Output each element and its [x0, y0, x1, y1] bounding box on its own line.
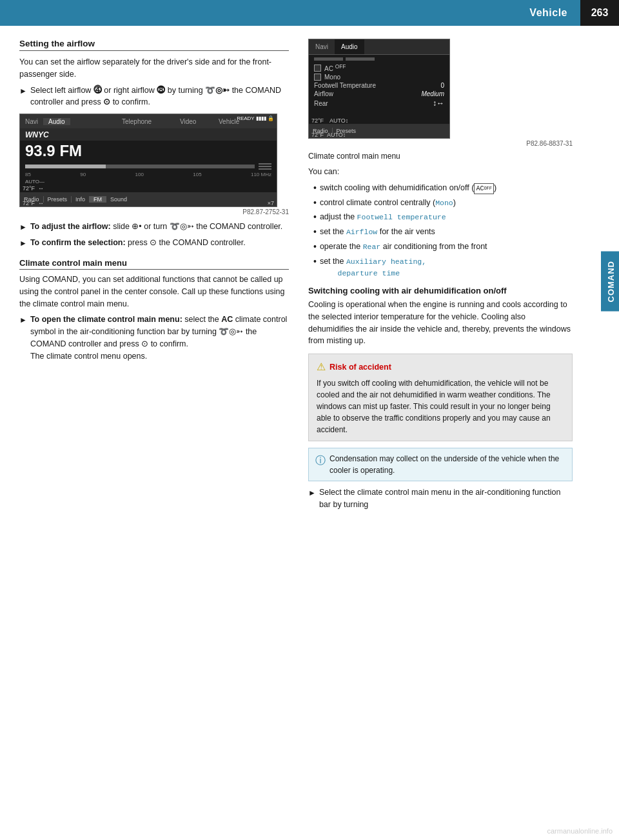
screen-progress-bar	[25, 165, 255, 168]
screen-right-caption-text: Climate control main menu	[308, 151, 573, 162]
screen-auto-label: AUTO—	[25, 179, 44, 185]
section-heading-climate: Climate control main menu	[19, 258, 289, 270]
screen-left: Navi Audio Telephone Video Vehicle READY…	[19, 114, 277, 207]
screen-arrow-left: ↔	[38, 185, 44, 192]
screen-freq-row: 93.9 FM	[20, 141, 277, 161]
screen-right-tab-audio: Audio	[335, 39, 364, 54]
airflow-bullet-1-text: Select left airflow ⓸ or right airflow ⓼…	[30, 85, 289, 109]
warning-header: ⚠ Risk of accident	[317, 359, 564, 375]
bullet-footwell: • adjust the Footwell temperature	[308, 211, 573, 223]
bullet-auxiliary-text: set the Auxiliary heating, departure tim…	[320, 255, 426, 280]
dot-icon-6: •	[313, 255, 317, 267]
screen-tab-telephone: Telephone	[117, 118, 157, 125]
screen-right: Navi Audio AC OFF	[308, 39, 450, 139]
screen-right-ac-row: AC OFF	[314, 63, 444, 72]
arrow-icon-2: ►	[19, 221, 27, 233]
arrow-icon-1: ►	[19, 85, 27, 97]
screen-right-footwell-value: 0	[440, 82, 444, 89]
mono-mono: Mono	[435, 199, 453, 207]
screen-right-airflow-row: Airflow Medium	[314, 90, 444, 97]
dot-icon-3: •	[313, 211, 317, 223]
screen-right-footwell-row: Footwell Temperature 0	[314, 82, 444, 89]
bullet-rear-text: operate the Rear air conditioning from t…	[320, 241, 487, 253]
screen-right-bar-1	[314, 57, 343, 61]
screen-line-3	[259, 168, 271, 170]
airflow-bullet-1: ► Select left airflow ⓸ or right airflow…	[19, 85, 289, 109]
left-column: Setting the airflow You can set the airf…	[0, 39, 302, 528]
screen-right-rear-row: Rear ↕↔	[314, 99, 444, 108]
section-heading-airflow: Setting the airflow	[19, 39, 289, 51]
dot-icon-2: •	[313, 197, 317, 208]
screen-right-rear-value: ↕↔	[433, 99, 444, 108]
screen-right-mono-checkbox	[314, 74, 321, 81]
screen-frequency: 93.9 FM	[25, 142, 82, 159]
screen-right-body: AC OFF Mono Footwell Temperature 0 Airfl	[309, 55, 449, 112]
screen-ready-text: READY ▮▮▮▮ 🔒	[237, 115, 274, 121]
bullet-airflow: • set the Airflow for the air vents	[308, 226, 573, 238]
bullet-footwell-text: adjust the Footwell temperature	[320, 211, 446, 223]
screen-bottom-fm: FM	[90, 196, 106, 203]
dot-icon-5: •	[313, 241, 317, 252]
header-title: Vehicle	[0, 7, 580, 19]
mono-auxiliary: Auxiliary heating, departure time	[320, 257, 426, 278]
screen-container-left: Navi Audio Telephone Video Vehicle READY…	[19, 114, 289, 215]
bullet-auxiliary: • set the Auxiliary heating, departure t…	[308, 255, 573, 280]
screen-bottom-sound: Sound	[106, 196, 131, 203]
info-box: ⓘ Condensation may collect on the unders…	[308, 448, 573, 481]
screen-line-2	[259, 166, 271, 167]
screen-tab-navi: Navi	[20, 118, 43, 125]
confirm-selection-text: To confirm the selection: press ⊙ the CO…	[30, 237, 289, 249]
arrow-icon-3: ►	[19, 237, 27, 249]
screen-right-bars	[314, 57, 444, 61]
screen-right-mono-row: Mono	[314, 74, 444, 81]
bullet-ac-text: switch cooling with dehumidification on/…	[320, 182, 496, 194]
airflow-intro: You can set the airflow separately for t…	[19, 56, 289, 81]
screen-right-bottom-72: 72°F	[311, 132, 324, 138]
bottom-arrow-bullet: ► Select the climate control main menu i…	[308, 486, 573, 511]
main-content: Setting the airflow You can set the airf…	[0, 26, 619, 528]
warning-box: ⚠ Risk of accident If you switch off coo…	[308, 354, 573, 441]
screen-right-tabs: Navi Audio	[309, 39, 449, 55]
screen-bottom-72: 72°F	[23, 200, 35, 206]
screen-side-lines	[259, 163, 271, 170]
ac-badge: ACOFF	[474, 183, 494, 194]
screen-auto: AUTO—	[20, 179, 277, 185]
screen-temp-left: 72°F	[23, 185, 35, 192]
freq-label-110: 110 MHz	[251, 172, 271, 177]
arrow-icon-5: ►	[308, 487, 316, 499]
screen-right-auto: AUTO↕	[329, 117, 348, 124]
mono-airflow: Airflow	[346, 228, 377, 236]
bottom-arrow-text: Select the climate control main menu in …	[319, 486, 573, 511]
dot-icon-4: •	[313, 226, 317, 237]
screen-right-rear-label: Rear	[314, 100, 328, 107]
dehumidification-text: Cooling is operational when the engine i…	[308, 299, 573, 347]
screen-right-tab-navi: Navi	[309, 43, 335, 50]
open-climate-bullet: ► To open the climate control main menu:…	[19, 314, 289, 362]
screen-right-airflow-label: Airflow	[314, 90, 333, 97]
bullet-rear: • operate the Rear air conditioning from…	[308, 241, 573, 253]
arrow-icon-4: ►	[19, 314, 27, 326]
watermark: carmanualonline.info	[547, 827, 613, 835]
dot-icon-1: •	[313, 182, 317, 194]
freq-label-100: 100	[135, 172, 144, 177]
screen-tab-audio: Audio	[43, 118, 70, 125]
screen-line-1	[259, 163, 271, 165]
info-icon: ⓘ	[315, 453, 326, 468]
screen-right-ac-checkbox	[314, 65, 321, 72]
screen-right-bar-2	[346, 57, 375, 61]
screen-bottom-x7: ×7	[268, 200, 274, 206]
screen-freq-labels: 85 90 100 105 110 MHz	[20, 172, 277, 179]
adjust-airflow-bullet: ► To adjust the airflow: slide ⊕• or tur…	[19, 221, 289, 233]
screen-right-mono-label: Mono	[324, 74, 340, 81]
adjust-airflow-text: To adjust the airflow: slide ⊕• or turn …	[30, 221, 289, 233]
you-can-text: You can:	[308, 166, 573, 178]
warning-title: Risk of accident	[329, 361, 391, 374]
screen-right-bottom: Radio Presets 72°F AUTO↕ 72°F AUTO↕	[309, 124, 449, 138]
open-climate-text: To open the climate control main menu: s…	[30, 314, 289, 362]
warning-text: If you switch off cooling with dehumidif…	[317, 377, 564, 435]
sub-heading-dehumidification: Switching cooling with air dehumidificat…	[308, 286, 573, 295]
bullet-airflow-text: set the Airflow for the air vents	[320, 226, 435, 238]
screen-right-72: 72°F	[311, 117, 324, 124]
header: Vehicle 263	[0, 0, 619, 26]
screen-station-row: WNYC	[20, 128, 277, 141]
